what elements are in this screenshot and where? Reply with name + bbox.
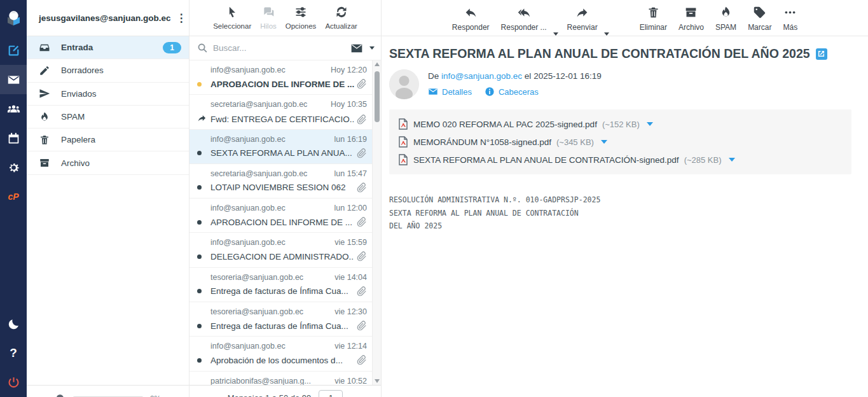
folder-label: Archivo bbox=[61, 158, 181, 168]
dark-mode-toggle[interactable] bbox=[0, 309, 27, 338]
reply-all-icon bbox=[517, 6, 530, 21]
folder-item-archivo[interactable]: Archivo bbox=[27, 151, 189, 174]
folder-item-entrada[interactable]: Entrada1 bbox=[27, 36, 189, 59]
dropdown-caret-icon[interactable] bbox=[553, 32, 558, 36]
message-date: lun 16:19 bbox=[334, 135, 367, 144]
message-subject: APROBACION DEL INFORME DE ... bbox=[210, 218, 354, 227]
calendar-nav-button[interactable] bbox=[0, 123, 27, 153]
message-row[interactable]: tesoreria@sanjuan.gob.ecvie 14:04Entrega… bbox=[189, 268, 372, 302]
page-number-input[interactable] bbox=[319, 390, 343, 397]
unread-dot-icon[interactable] bbox=[197, 220, 202, 225]
account-menu-button[interactable]: ⋮ bbox=[171, 11, 192, 25]
details-toggle[interactable]: Detalles bbox=[428, 87, 472, 97]
actualizar-button[interactable]: Actualizar bbox=[322, 4, 361, 31]
folder-label: Entrada bbox=[61, 43, 163, 52]
message-row[interactable]: tesoreria@sanjuan.gob.ecvie 12:30Entrega… bbox=[189, 302, 372, 337]
toolbar-button-label: Archivo bbox=[679, 23, 704, 32]
info-icon bbox=[485, 87, 495, 97]
archive-icon bbox=[39, 157, 52, 169]
unread-dot-icon[interactable] bbox=[197, 254, 202, 259]
threads-icon bbox=[262, 6, 275, 20]
attachment-name-link[interactable]: SEXTA REFORMA AL PLAN ANUAL DE CONTRATAC… bbox=[413, 155, 679, 165]
responder-button[interactable]: Responder bbox=[448, 4, 493, 33]
message-row[interactable]: info@sanjuan.gob.eclun 12:00APROBACION D… bbox=[189, 198, 372, 233]
sender-avatar bbox=[389, 69, 419, 99]
scroll-down-icon[interactable] bbox=[375, 379, 380, 383]
open-in-new-window-icon[interactable] bbox=[816, 48, 827, 60]
responder-button[interactable]: Responder ... bbox=[497, 4, 551, 33]
headers-toggle[interactable]: Cabeceras bbox=[485, 87, 539, 97]
next-page-button[interactable]: › bbox=[350, 393, 354, 397]
attachment-name-link[interactable]: MEMORÁNDUM N°1058-signed.pdf bbox=[413, 137, 551, 147]
message-date: Hoy 10:35 bbox=[331, 100, 367, 109]
help-button[interactable]: ? bbox=[0, 338, 27, 368]
message-subject: LOTAIP NOVIEMBRE SESION 062 bbox=[210, 183, 354, 192]
last-page-button[interactable]: » bbox=[361, 393, 366, 397]
app-logo-icon[interactable] bbox=[0, 0, 27, 36]
toolbar-button-label: Marcar bbox=[748, 23, 771, 32]
unread-dot-icon[interactable] bbox=[197, 151, 202, 155]
marcar-button[interactable]: Marcar bbox=[744, 4, 775, 33]
paperclip-icon bbox=[357, 321, 367, 331]
message-subject: Aprobación de los documentos d... bbox=[210, 356, 354, 365]
message-row[interactable]: info@sanjuan.gob.ecvie 12:14Aprobación d… bbox=[189, 337, 372, 371]
unread-dot-icon[interactable] bbox=[197, 358, 202, 363]
compose-button[interactable] bbox=[0, 36, 27, 65]
search-input[interactable] bbox=[213, 43, 345, 53]
unread-dot-icon[interactable] bbox=[197, 185, 202, 190]
attachment-name-link[interactable]: MEMO 020 REFORMA AL PAC 2025-signed.pdf bbox=[413, 120, 597, 129]
scroll-up-icon[interactable] bbox=[375, 62, 380, 66]
opciones-button[interactable]: Opciones bbox=[282, 4, 320, 31]
mail-toolbar: ResponderResponder ...ReenviarEliminarAr… bbox=[382, 0, 868, 36]
attachment-row: MEMO 020 REFORMA AL PAC 2025-signed.pdf(… bbox=[398, 115, 843, 133]
first-page-button[interactable]: « bbox=[203, 393, 209, 397]
spam-button[interactable]: SPAM bbox=[712, 4, 740, 33]
unread-dot-icon[interactable] bbox=[197, 324, 202, 328]
taskbar: cP ? bbox=[0, 0, 27, 397]
prev-page-button[interactable]: ‹ bbox=[217, 393, 220, 397]
seleccionar-button[interactable]: Seleccionar bbox=[210, 4, 254, 31]
toolbar-button-label: Actualizar bbox=[325, 22, 357, 30]
folder-item-enviados[interactable]: Enviados bbox=[27, 83, 189, 106]
reenviar-button[interactable]: Reenviar bbox=[563, 4, 602, 33]
message-date: lun 12:00 bbox=[334, 204, 367, 212]
attachment-menu-caret-icon[interactable] bbox=[601, 140, 607, 144]
folder-item-papelera[interactable]: Papelera bbox=[27, 129, 189, 151]
m-s-button[interactable]: Más bbox=[779, 4, 801, 33]
message-row[interactable]: info@sanjuan.gob.eclun 16:19SEXTA REFORM… bbox=[189, 130, 372, 164]
archivo-button[interactable]: Archivo bbox=[675, 4, 708, 33]
attachments-panel: MEMO 020 REFORMA AL PAC 2025-signed.pdf(… bbox=[389, 109, 851, 174]
message-sender: info@sanjuan.gob.ec bbox=[210, 66, 286, 74]
contacts-nav-button[interactable] bbox=[0, 94, 27, 123]
paperclip-icon bbox=[357, 217, 367, 227]
message-row[interactable]: patriciabonifas@sanjuan.g...vie 10:52 bbox=[189, 372, 372, 385]
folder-item-spam[interactable]: SPAM bbox=[27, 106, 189, 129]
toolbar-button-label: Seleccionar bbox=[213, 22, 251, 30]
settings-nav-button[interactable] bbox=[0, 153, 27, 182]
search-options-chevron-icon[interactable] bbox=[369, 46, 375, 50]
attachment-menu-caret-icon[interactable] bbox=[647, 122, 653, 126]
from-prefix: De bbox=[428, 71, 439, 81]
unread-dot-icon[interactable] bbox=[197, 289, 202, 293]
scrollbar-thumb[interactable] bbox=[375, 71, 380, 122]
attachment-menu-caret-icon[interactable] bbox=[729, 158, 735, 162]
trash-icon bbox=[39, 134, 52, 146]
message-list-wrap: info@sanjuan.gob.ecHoy 12:20APROBACION D… bbox=[189, 60, 381, 385]
message-row[interactable]: info@sanjuan.gob.ecvie 15:59DELEGACION D… bbox=[189, 233, 372, 267]
message-list-scrollbar[interactable] bbox=[372, 60, 381, 385]
cpanel-button[interactable]: cP bbox=[0, 182, 27, 211]
eliminar-button[interactable]: Eliminar bbox=[636, 4, 671, 33]
sender-email-link[interactable]: info@sanjuan.gob.ec bbox=[441, 71, 522, 81]
search-scope-mail-icon[interactable] bbox=[350, 43, 363, 53]
message-row[interactable]: info@sanjuan.gob.ecHoy 12:20APROBACION D… bbox=[189, 60, 372, 95]
folder-item-borradores[interactable]: Borradores bbox=[27, 59, 189, 82]
flagged-dot-icon[interactable] bbox=[197, 82, 202, 87]
mail-nav-button[interactable] bbox=[0, 65, 27, 94]
inbox-icon bbox=[39, 42, 52, 53]
message-row[interactable]: secretaria@sanjuan.gob.ecHoy 10:35Fwd: E… bbox=[189, 95, 372, 129]
toolbar-button-label: Eliminar bbox=[640, 23, 667, 32]
message-row[interactable]: secretaria@sanjuan.gob.eclun 15:47LOTAIP… bbox=[189, 164, 372, 198]
logout-button[interactable] bbox=[0, 368, 27, 397]
header-meta: De info@sanjuan.gob.ec el 2025-12-01 16:… bbox=[428, 69, 602, 99]
dropdown-caret-icon[interactable] bbox=[604, 32, 609, 36]
